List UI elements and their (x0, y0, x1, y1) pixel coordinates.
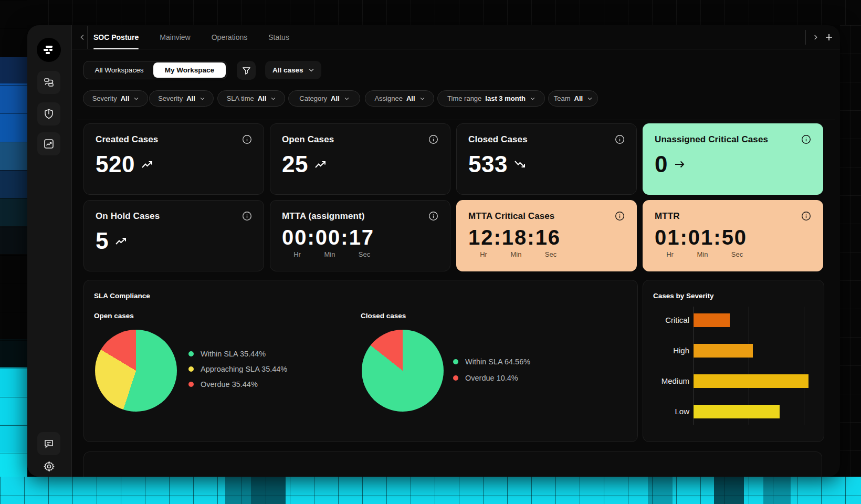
chevron-down-icon (309, 68, 314, 72)
bar-track (694, 313, 815, 327)
sidebar-item-workflows[interactable] (37, 71, 60, 94)
filter-label: Severity (158, 94, 183, 102)
chevron-down-icon (420, 97, 425, 100)
toggle-my-workspace[interactable]: My Workspace (153, 62, 226, 78)
card-value: 520 (96, 151, 135, 177)
filter-value: All (258, 94, 267, 102)
background-tile (225, 477, 251, 504)
filter-severity-2[interactable]: Severity All (149, 90, 214, 107)
chevron-down-icon (134, 97, 139, 100)
cases-by-severity-panel: Cases by Severity Critical High Medium L… (643, 280, 824, 442)
divider (805, 30, 806, 45)
logo-icon (42, 43, 56, 57)
legend-dot-approaching-sla (188, 366, 194, 372)
background-tile (251, 477, 286, 504)
filter-value: All (186, 94, 195, 102)
filter-category[interactable]: Category All (288, 90, 360, 107)
metric-card-mtta-critical: MTTA Critical Cases 12:18:16 Hr Min Sec (456, 200, 637, 271)
card-title: Open Cases (282, 134, 334, 145)
legend-label: Within SLA 64.56% (465, 358, 530, 366)
legend-item: Overdue 10.4% (453, 374, 530, 382)
tab-operations[interactable]: Operations (212, 25, 247, 49)
sidebar-item-settings[interactable] (37, 455, 60, 477)
category-label-low: Low (643, 407, 689, 416)
time-units: Hr Min Sec (468, 250, 625, 258)
tab-status[interactable]: Status (268, 25, 289, 49)
sidebar-item-security[interactable] (37, 102, 60, 125)
legend-item: Within SLA 64.56% (453, 358, 530, 366)
sidebar-item-analytics[interactable] (37, 132, 60, 155)
severity-bar-chart[interactable]: Critical High Medium Low (643, 307, 823, 427)
filter-time-range[interactable]: Time range last 3 month (437, 90, 545, 107)
filter-button[interactable] (237, 61, 256, 80)
bar-track (694, 405, 815, 418)
all-cases-dropdown[interactable]: All cases (265, 61, 321, 79)
filter-assignee[interactable]: Assignee All (365, 90, 434, 107)
metric-card-unassigned-critical: Unassigned Critical Cases 0 (643, 123, 823, 195)
app-window: SOC Posture Mainview Operations Status A… (27, 25, 840, 477)
chevron-down-icon (587, 97, 592, 100)
app-logo[interactable] (37, 38, 61, 62)
legend-dot-within-sla (188, 351, 194, 356)
closed-cases-chart-title: Closed cases (361, 312, 406, 320)
card-title: MTTA (assignment) (282, 211, 365, 222)
tab-bar: SOC Posture Mainview Operations Status (72, 25, 840, 49)
info-icon[interactable] (801, 134, 811, 144)
tab-mainview[interactable]: Mainview (160, 25, 190, 49)
background-tile (763, 477, 791, 504)
unit-min: Min (312, 250, 347, 258)
chevron-down-icon (271, 97, 276, 100)
gear-icon (43, 460, 55, 472)
tab-soc-posture[interactable]: SOC Posture (93, 25, 139, 49)
chat-icon (43, 438, 55, 449)
funnel-icon (242, 66, 251, 75)
filter-label: Category (299, 94, 327, 102)
background-tile (714, 477, 744, 504)
info-icon[interactable] (242, 211, 252, 221)
filter-value: All (574, 94, 583, 102)
toggle-all-workspaces[interactable]: All Workspaces (85, 62, 153, 78)
info-icon[interactable] (801, 211, 811, 221)
tabs-scroll-right-icon[interactable] (813, 34, 818, 40)
filter-label: SLA time (227, 94, 254, 102)
info-icon[interactable] (615, 134, 625, 144)
panel-title: SLA Compliance (94, 292, 150, 300)
background-left-tiles (0, 0, 27, 504)
sidebar-item-feedback[interactable] (37, 432, 60, 455)
next-section-panel (83, 452, 822, 477)
unit-sec: Sec (720, 250, 754, 258)
filter-sla-time[interactable]: SLA time All (217, 90, 285, 107)
filter-value: All (331, 94, 340, 102)
card-time-value: 12:18:16 (468, 226, 625, 249)
legend-label: Overdue 35.44% (201, 380, 258, 388)
metric-card-mttr: MTTR 01:01:50 Hr Min Sec (643, 200, 823, 271)
trend-up-icon (141, 160, 154, 169)
unit-min: Min (499, 250, 533, 258)
closed-cases-pie-chart[interactable] (362, 330, 444, 412)
trend-up-icon (115, 236, 128, 246)
time-units: Hr Min Sec (655, 250, 811, 258)
info-icon[interactable] (615, 211, 625, 221)
filter-value: last 3 month (485, 94, 526, 102)
open-cases-chart-title: Open cases (94, 312, 134, 320)
filter-severity-1[interactable]: Severity All (83, 90, 148, 107)
unit-hr: Hr (655, 250, 685, 258)
sidebar (27, 25, 72, 477)
card-time-value: 00:00:17 (282, 226, 438, 249)
card-title: MTTR (655, 211, 680, 222)
card-title: Created Cases (96, 134, 158, 145)
tabs-scroll-left-icon[interactable] (77, 32, 88, 43)
bar-high (694, 344, 753, 358)
info-icon[interactable] (428, 211, 438, 221)
bar-critical (694, 313, 730, 327)
filter-label: Time range (447, 94, 481, 102)
filter-team[interactable]: Team All (548, 90, 598, 107)
info-icon[interactable] (242, 134, 252, 144)
background-right-tiles (840, 25, 861, 477)
open-cases-pie-chart[interactable] (95, 330, 177, 412)
trend-up-icon (314, 160, 327, 169)
background-top-tiles (0, 0, 861, 25)
info-icon[interactable] (428, 134, 438, 144)
add-tab-icon[interactable] (825, 34, 833, 41)
legend-dot-overdue (453, 375, 458, 381)
